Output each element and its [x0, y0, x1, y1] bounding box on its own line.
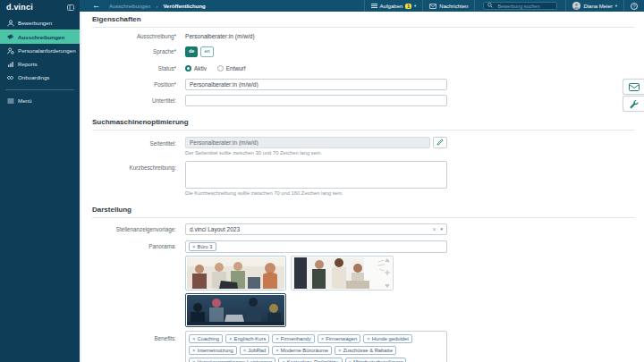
- remove-tag-icon[interactable]: ×: [243, 348, 247, 353]
- search-box[interactable]: [483, 2, 557, 10]
- tag-label: Büro 3: [198, 244, 213, 249]
- sidebar-item-label: Personalanforderungen: [18, 47, 76, 54]
- tasks-badge: 1: [405, 4, 411, 9]
- benefit-tag: ×Zuschüsse & Rabatte: [335, 346, 396, 355]
- sidebar-item-label: Bewerbungen: [18, 20, 52, 26]
- remove-tag-icon[interactable]: ×: [338, 348, 342, 353]
- field-label-sprache: Sprache*: [92, 48, 176, 55]
- messages-menu[interactable]: Nachrichten: [422, 0, 474, 12]
- radio-selected-icon: [185, 65, 191, 72]
- remove-tag-icon[interactable]: ×: [349, 359, 352, 362]
- arrow-down-icon: [385, 284, 390, 288]
- sidebar-item-bewerbungen[interactable]: Bewerbungen: [0, 16, 80, 29]
- tag-label: Internetnutzung: [198, 348, 233, 353]
- remove-tag-icon[interactable]: ×: [321, 336, 325, 341]
- brand-logo: d.vinci: [6, 3, 33, 12]
- tag-label: Firmenhandy: [281, 336, 311, 341]
- sidebar-item-label: Reports: [18, 61, 38, 67]
- remove-tag-icon[interactable]: ×: [229, 336, 233, 341]
- sidebar-divider: [5, 89, 74, 90]
- person-icon: [6, 20, 14, 27]
- language-toggle-en[interactable]: en: [200, 46, 213, 57]
- sidebar-item-onboardings[interactable]: Onboardings: [0, 71, 80, 84]
- sidebar-item-label: Onboardings: [18, 74, 49, 80]
- benefit-tag: ×Internetnutzung: [189, 346, 237, 355]
- clear-selection-icon[interactable]: ×: [429, 226, 438, 232]
- app-window: d.vinci Bewerbungen Aussch: [0, 0, 644, 362]
- tag-label: Hunde geduldet: [372, 336, 409, 341]
- benefit-tag: ×JobRad: [240, 346, 270, 355]
- section-title-eigenschaften: Eigenschaften: [92, 15, 635, 28]
- contact-mail-button[interactable]: [623, 79, 644, 95]
- topbar: ← Ausschreibungen › Veröffentlichung Auf…: [80, 0, 644, 12]
- remove-tag-icon[interactable]: ×: [192, 359, 196, 362]
- vorlage-select[interactable]: d.vinci Layout 2023 × ▾: [185, 223, 447, 235]
- bar-chart-icon: [6, 61, 14, 68]
- arrow-up-icon: [385, 258, 390, 262]
- floating-action-buttons: [623, 79, 644, 112]
- chevron-down-icon: ▾: [414, 4, 416, 8]
- sidebar-item-reports[interactable]: Reports: [0, 57, 80, 71]
- messages-label: Nachrichten: [439, 4, 468, 9]
- panorama-multiselect[interactable]: × Büro 3: [185, 240, 447, 253]
- remove-tag-icon[interactable]: ×: [192, 244, 196, 249]
- move-icon: [385, 270, 390, 275]
- edit-seitentitel-button[interactable]: [433, 137, 447, 148]
- breadcrumb-separator-icon: ›: [156, 4, 157, 9]
- language-toggle-de[interactable]: de: [185, 46, 198, 57]
- remove-tag-icon[interactable]: ×: [275, 336, 279, 341]
- panorama-thumbnail-3-selected[interactable]: [185, 293, 286, 327]
- user-menu[interactable]: Diana Meier ▾: [565, 0, 623, 12]
- settings-wrench-button[interactable]: [623, 96, 644, 112]
- remove-tag-icon[interactable]: ×: [367, 336, 370, 341]
- benefit-tag: ×Moderne Büroräume: [272, 346, 332, 355]
- remove-tag-icon[interactable]: ×: [192, 348, 196, 353]
- chevron-down-icon: ▾: [615, 4, 617, 8]
- back-button[interactable]: ←: [89, 2, 104, 10]
- remove-tag-icon[interactable]: ×: [282, 359, 285, 362]
- tasks-menu[interactable]: Aufgaben 1 ▾: [364, 0, 423, 12]
- envelope-icon: [429, 4, 436, 9]
- kurzbeschreibung-textarea[interactable]: [185, 161, 447, 189]
- person-gear-icon: [6, 47, 14, 55]
- vorlage-selected-value: d.vinci Layout 2023: [190, 226, 240, 232]
- megaphone-icon: [6, 33, 14, 40]
- position-input[interactable]: [185, 79, 447, 90]
- breadcrumb-parent[interactable]: Ausschreibungen: [109, 4, 150, 9]
- radio-label: Entwurf: [226, 65, 246, 72]
- sidebar-item-label: Menü: [18, 97, 31, 104]
- sidebar-item-menu[interactable]: Menü: [0, 94, 80, 107]
- remove-tag-icon[interactable]: ×: [275, 348, 279, 353]
- field-label-vorlage: Stellenanzeigenvorlage:: [92, 226, 176, 232]
- search-input[interactable]: [496, 3, 553, 10]
- field-label-panorama: Panorama:: [92, 243, 176, 249]
- field-label-benefits: Benefits:: [92, 335, 176, 341]
- ausschreibung-value: Personalberater:in (m/w/d): [185, 33, 255, 39]
- panorama-thumbnail-2[interactable]: [291, 256, 394, 290]
- remove-tag-icon[interactable]: ×: [192, 336, 196, 341]
- benefit-tag: ×Mitarbeiterbeteiligung: [345, 358, 407, 362]
- benefit-tag: ×Hunde geduldet: [363, 334, 411, 343]
- benefit-tag: ×Englisch-Kurs: [225, 334, 269, 343]
- field-label-kurzbeschreibung: Kurzbeschreibung:: [92, 164, 176, 171]
- sidebar-item-personalanforderungen[interactable]: Personalanforderungen: [0, 44, 80, 57]
- chevron-down-icon: ▾: [438, 226, 443, 232]
- radio-label: Aktiv: [194, 65, 207, 72]
- benefits-multiselect[interactable]: ×Coaching ×Englisch-Kurs ×Firmenhandy ×F…: [185, 331, 447, 362]
- thumbnail-reorder-controls[interactable]: [384, 258, 391, 288]
- panorama-tag: × Büro 3: [189, 242, 216, 251]
- panorama-thumbnails: [185, 256, 447, 327]
- radio-status-aktiv[interactable]: Aktiv: [185, 65, 207, 72]
- tag-label: Mitarbeiterbeteiligung: [353, 359, 402, 362]
- tag-label: JobRad: [248, 348, 266, 353]
- hamburger-menu-icon: [6, 97, 14, 105]
- benefit-tag: ×Vermögenswirksame Leistungen: [189, 358, 275, 362]
- panorama-thumbnail-1[interactable]: [185, 256, 286, 290]
- radio-unselected-icon: [217, 65, 224, 72]
- untertitel-input[interactable]: [185, 95, 447, 106]
- sidebar-item-ausschreibungen[interactable]: Ausschreibungen: [0, 29, 80, 44]
- radio-status-entwurf[interactable]: Entwurf: [217, 65, 246, 72]
- help-icon[interactable]: ?: [631, 3, 638, 10]
- avatar: [572, 2, 580, 10]
- sidebar-collapse-icon[interactable]: [67, 4, 74, 11]
